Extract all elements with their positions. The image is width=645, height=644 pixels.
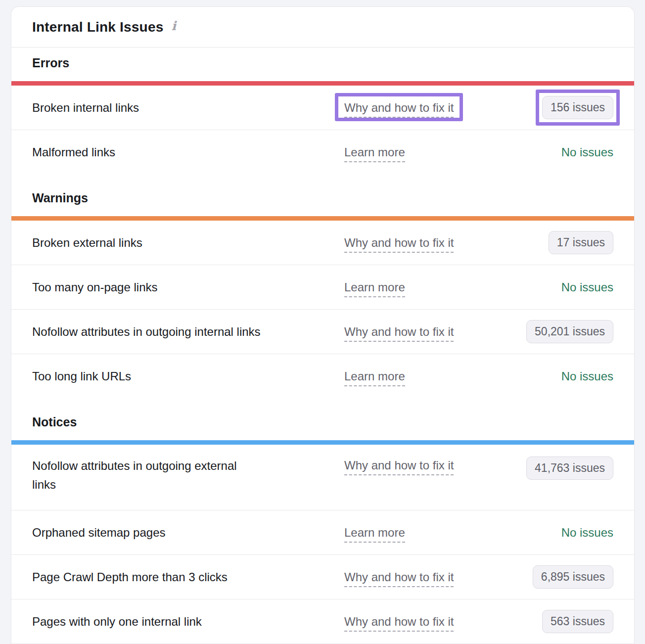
issue-row: Too many on-page links Learn more No iss… — [11, 265, 634, 310]
why-how-to-fix-link[interactable]: Why and how to fix it — [344, 615, 454, 632]
why-how-to-fix-link[interactable]: Why and how to fix it — [344, 236, 454, 253]
issue-label: Nofollow attributes in outgoing internal… — [32, 322, 344, 341]
no-issues-text: No issues — [561, 280, 613, 294]
highlight-box: Why and how to fix it — [335, 93, 463, 121]
issue-row: Nofollow attributes in outgoing internal… — [11, 310, 634, 354]
issue-row: Pages with only one internal link Why an… — [11, 599, 634, 644]
issue-row: Broken internal links Why and how to fix… — [11, 86, 634, 130]
info-icon[interactable]: i — [171, 19, 176, 33]
issue-section-warnings: Warnings Broken external links Why and h… — [11, 175, 634, 399]
issue-section-notices: Notices Nofollow attributes in outgoing … — [11, 399, 634, 644]
learn-more-link[interactable]: Learn more — [344, 145, 405, 162]
issue-link-cell: Learn more — [344, 280, 510, 294]
why-how-to-fix-link[interactable]: Why and how to fix it — [344, 101, 454, 118]
no-issues-text: No issues — [561, 369, 613, 383]
page-title: Internal Link Issues — [32, 19, 163, 35]
section-heading: Errors — [11, 47, 634, 81]
issue-link-cell: Why and how to fix it — [344, 615, 510, 629]
issue-row: Malformed links Learn more No issues — [11, 130, 634, 175]
issue-count-cell: 17 issues — [549, 231, 613, 254]
issue-label: Page Crawl Depth more than 3 clicks — [32, 568, 344, 587]
issue-row: Nofollow attributes in outgoing external… — [11, 445, 634, 510]
section-rows: Broken internal links Why and how to fix… — [11, 86, 634, 175]
issue-link-cell: Why and how to fix it — [344, 570, 510, 584]
learn-more-link[interactable]: Learn more — [344, 526, 405, 543]
issue-count-cell: 6,895 issues — [533, 565, 613, 589]
internal-link-issues-card: Internal Link Issues i Errors Broken int… — [11, 6, 635, 644]
issues-count-badge[interactable]: 156 issues — [542, 96, 613, 119]
section-severity-bar — [11, 81, 634, 86]
section-heading: Notices — [11, 399, 634, 440]
issues-count-badge[interactable]: 50,201 issues — [526, 320, 613, 343]
issue-row: Orphaned sitemap pages Learn more No iss… — [11, 510, 634, 555]
issue-link-cell: Learn more — [344, 526, 510, 540]
no-issues-text: No issues — [561, 526, 613, 540]
learn-more-link[interactable]: Learn more — [344, 369, 405, 386]
issue-row: Broken external links Why and how to fix… — [11, 221, 634, 265]
issue-count-cell: 156 issues — [542, 96, 613, 119]
section-heading: Warnings — [11, 175, 634, 216]
issue-link-cell: Learn more — [344, 145, 510, 159]
issue-label: Too long link URLs — [32, 367, 344, 386]
learn-more-link[interactable]: Learn more — [344, 280, 405, 297]
issue-label: Orphaned sitemap pages — [32, 523, 344, 542]
issue-section-errors: Errors Broken internal links Why and how… — [11, 47, 634, 175]
issue-link-cell: Why and how to fix it — [344, 459, 510, 472]
issue-count-cell: 41,763 issues — [526, 457, 613, 480]
issue-row: Page Crawl Depth more than 3 clicks Why … — [11, 555, 634, 599]
section-severity-bar — [11, 440, 634, 445]
issue-label: Nofollow attributes in outgoing external… — [32, 457, 344, 494]
issue-label: Pages with only one internal link — [32, 612, 344, 631]
section-rows: Nofollow attributes in outgoing external… — [11, 445, 634, 644]
issue-label: Broken external links — [32, 233, 344, 252]
issue-count-cell: 563 issues — [542, 610, 613, 633]
why-how-to-fix-link[interactable]: Why and how to fix it — [344, 570, 454, 587]
issue-row: Too long link URLs Learn more No issues — [11, 354, 634, 399]
issue-link-cell: Learn more — [344, 369, 510, 383]
issue-label: Broken internal links — [32, 98, 344, 117]
section-severity-bar — [11, 216, 634, 221]
section-rows: Broken external links Why and how to fix… — [11, 221, 634, 399]
issue-count-cell: No issues — [561, 369, 613, 383]
issue-count-cell: No issues — [561, 145, 613, 159]
issue-link-cell: Why and how to fix it — [344, 325, 510, 339]
issue-label: Too many on-page links — [32, 278, 344, 297]
issue-count-cell: No issues — [561, 526, 613, 540]
sections-container: Errors Broken internal links Why and how… — [11, 47, 634, 644]
why-how-to-fix-link[interactable]: Why and how to fix it — [344, 459, 454, 475]
issue-label: Malformed links — [32, 143, 344, 162]
card-header: Internal Link Issues i — [11, 7, 634, 47]
issue-link-cell: Why and how to fix it — [344, 101, 510, 115]
issues-count-badge[interactable]: 41,763 issues — [526, 457, 613, 480]
no-issues-text: No issues — [561, 145, 613, 159]
why-how-to-fix-link[interactable]: Why and how to fix it — [344, 325, 454, 342]
issue-link-cell: Why and how to fix it — [344, 236, 510, 250]
issues-count-badge[interactable]: 17 issues — [549, 231, 613, 254]
issues-count-badge[interactable]: 563 issues — [542, 610, 613, 633]
issue-count-cell: 50,201 issues — [526, 320, 613, 343]
highlight-box: 156 issues — [536, 90, 620, 126]
issue-count-cell: No issues — [561, 280, 613, 294]
issues-count-badge[interactable]: 6,895 issues — [533, 565, 613, 589]
